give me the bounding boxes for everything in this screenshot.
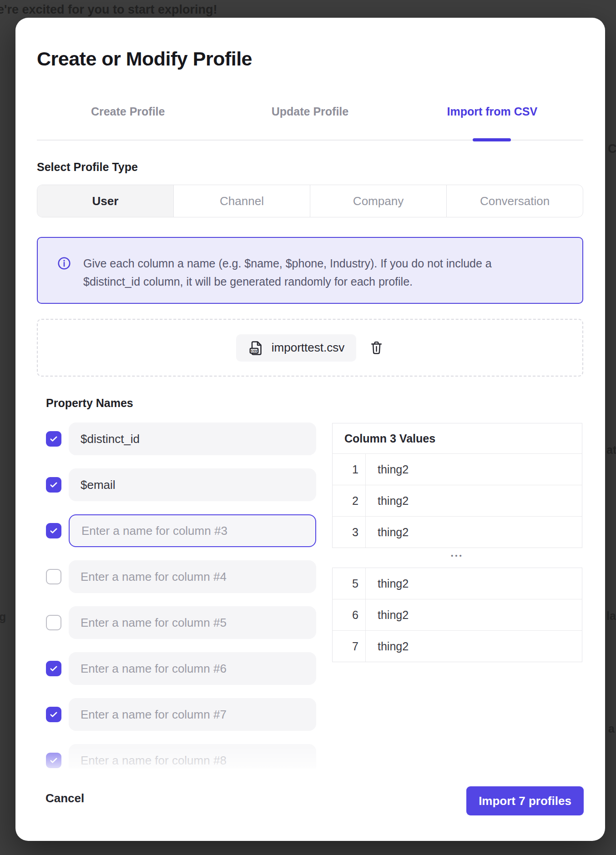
cancel-button[interactable]: Cancel: [43, 791, 87, 806]
tab-label: Create Profile: [91, 105, 165, 118]
info-banner: Give each column a name (e.g. $name, $ph…: [37, 237, 583, 304]
uploaded-file-chip[interactable]: csv importtest.csv: [236, 334, 356, 362]
select-profile-type-label: Select Profile Type: [37, 161, 138, 174]
row-index: 6: [333, 599, 366, 630]
tab-label: Update Profile: [272, 105, 348, 118]
column-1-name-input[interactable]: [69, 422, 316, 455]
tab-update-profile[interactable]: Update Profile: [219, 95, 401, 140]
active-tab-indicator: [473, 138, 511, 141]
row-value: thing2: [366, 631, 409, 662]
info-line: $distinct_id column, it will be generate…: [83, 272, 492, 291]
column-2-name-input[interactable]: [69, 468, 316, 501]
table-row: 2 thing2: [333, 485, 582, 516]
column-values-table: Column 3 Values 1 thing2 2 thing2 3 thin…: [332, 423, 582, 548]
profile-type-selector: User Channel Company Conversation: [37, 185, 583, 217]
table-row: 7 thing2: [333, 630, 582, 662]
row-value: thing2: [366, 454, 409, 485]
profile-type-company[interactable]: Company: [310, 185, 446, 217]
values-table-header: Column 3 Values: [333, 423, 582, 453]
property-row: [46, 468, 346, 502]
trash-icon: [369, 350, 384, 357]
row-value: thing2: [366, 485, 409, 516]
background-fragment: Col: [608, 142, 616, 156]
table-row: 3 thing2: [333, 516, 582, 548]
create-or-modify-profile-dialog: Create or Modify Profile Create Profile …: [15, 18, 605, 841]
delete-file-button[interactable]: [369, 340, 384, 355]
info-icon: [57, 256, 71, 271]
background-fragment: ata: [606, 443, 616, 457]
row-index: 3: [333, 517, 366, 548]
column-8-name-input[interactable]: [69, 744, 316, 769]
tab-bar: Create Profile Update Profile Import fro…: [37, 95, 583, 141]
row-value: thing2: [366, 599, 409, 630]
column-1-checkbox[interactable]: [46, 431, 61, 447]
column-6-checkbox[interactable]: [46, 661, 61, 676]
row-index: 5: [333, 568, 366, 599]
tab-import-from-csv[interactable]: Import from CSV: [401, 95, 583, 140]
property-rows-list: [46, 422, 346, 769]
property-row: [46, 422, 346, 456]
background-banner-text: e're excited for you to start exploring!: [0, 3, 217, 17]
property-names-heading: Property Names: [46, 397, 133, 410]
row-value: thing2: [366, 517, 409, 548]
property-row: [46, 743, 346, 769]
svg-text:csv: csv: [251, 348, 257, 353]
profile-type-user[interactable]: User: [37, 185, 173, 217]
row-index: 2: [333, 485, 366, 516]
table-row: 1 thing2: [333, 453, 582, 485]
import-profiles-button[interactable]: Import 7 profiles: [466, 786, 584, 815]
uploaded-file-name: importtest.csv: [272, 341, 344, 355]
column-6-name-input[interactable]: [69, 652, 316, 685]
property-row: [46, 513, 346, 548]
csv-file-icon: csv: [248, 340, 264, 356]
property-row: [46, 651, 346, 686]
column-7-name-input[interactable]: [69, 698, 316, 731]
column-3-name-input[interactable]: [69, 514, 316, 547]
property-row: [46, 697, 346, 732]
background-fragment: a: [608, 722, 615, 735]
column-2-checkbox[interactable]: [46, 477, 61, 493]
column-5-checkbox[interactable]: [46, 615, 61, 630]
background-fragment: g: [0, 610, 6, 624]
column-5-name-input[interactable]: [69, 606, 316, 639]
file-upload-dropzone[interactable]: csv importtest.csv: [37, 319, 583, 377]
info-banner-text: Give each column a name (e.g. $name, $ph…: [83, 254, 492, 291]
background-fragment: la: [606, 609, 616, 623]
column-values-table-continued: 5 thing2 6 thing2 7 thing2: [332, 568, 582, 662]
property-row: [46, 605, 346, 640]
dialog-title: Create or Modify Profile: [37, 48, 252, 70]
table-row: 6 thing2: [333, 599, 582, 630]
table-ellipsis: •••: [332, 552, 582, 559]
row-value: thing2: [366, 568, 409, 599]
column-4-name-input[interactable]: [69, 560, 316, 593]
profile-type-channel[interactable]: Channel: [173, 185, 310, 217]
info-line: Give each column a name (e.g. $name, $ph…: [83, 254, 492, 272]
column-8-checkbox[interactable]: [46, 753, 61, 768]
tab-create-profile[interactable]: Create Profile: [37, 95, 219, 140]
row-index: 7: [333, 631, 366, 662]
column-4-checkbox[interactable]: [46, 569, 61, 584]
column-3-checkbox[interactable]: [46, 523, 61, 538]
table-row: 5 thing2: [333, 568, 582, 599]
profile-type-conversation[interactable]: Conversation: [446, 185, 583, 217]
property-row: [46, 559, 346, 594]
tab-label: Import from CSV: [447, 105, 538, 118]
row-index: 1: [333, 454, 366, 485]
column-7-checkbox[interactable]: [46, 707, 61, 722]
